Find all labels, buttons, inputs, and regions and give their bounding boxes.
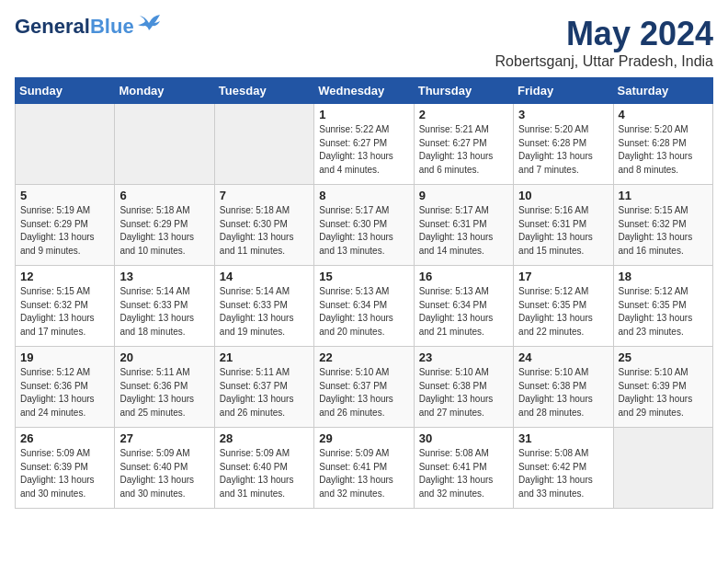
day-number: 24 [518, 350, 608, 364]
day-info: Sunrise: 5:20 AMSunset: 6:28 PMDaylight:… [619, 123, 708, 177]
calendar-week-row: 26Sunrise: 5:09 AMSunset: 6:39 PMDayligh… [16, 428, 713, 509]
calendar-week-row: 12Sunrise: 5:15 AMSunset: 6:32 PMDayligh… [16, 266, 713, 347]
calendar-week-row: 19Sunrise: 5:12 AMSunset: 6:36 PMDayligh… [16, 347, 713, 428]
day-info: Sunrise: 5:12 AMSunset: 6:36 PMDaylight:… [20, 366, 109, 419]
day-number: 23 [419, 350, 508, 364]
weekday-header-saturday: Saturday [613, 78, 712, 104]
day-number: 7 [220, 189, 309, 202]
day-number: 6 [119, 189, 209, 202]
calendar-cell [214, 104, 313, 185]
calendar-cell: 15Sunrise: 5:13 AMSunset: 6:34 PMDayligh… [314, 266, 414, 347]
day-number: 26 [20, 431, 109, 445]
day-info: Sunrise: 5:15 AMSunset: 6:32 PMDaylight:… [619, 204, 708, 258]
calendar-cell: 18Sunrise: 5:12 AMSunset: 6:35 PMDayligh… [613, 266, 712, 347]
day-number: 20 [119, 350, 209, 364]
day-info: Sunrise: 5:17 AMSunset: 6:30 PMDaylight:… [319, 204, 408, 258]
day-number: 19 [20, 350, 109, 364]
calendar-cell [16, 104, 115, 185]
day-number: 18 [619, 270, 708, 283]
logo-text: GeneralBlue [15, 15, 134, 39]
day-info: Sunrise: 5:21 AMSunset: 6:27 PMDaylight:… [419, 123, 508, 177]
page-header: GeneralBlue May 2024 Robertsganj, Uttar … [15, 15, 713, 70]
day-number: 30 [419, 431, 508, 445]
day-number: 27 [119, 431, 209, 445]
day-info: Sunrise: 5:22 AMSunset: 6:27 PMDaylight:… [319, 123, 408, 177]
day-number: 9 [419, 189, 508, 202]
weekday-header-monday: Monday [115, 78, 214, 104]
calendar-cell: 6Sunrise: 5:18 AMSunset: 6:29 PMDaylight… [115, 185, 214, 266]
day-info: Sunrise: 5:13 AMSunset: 6:34 PMDaylight:… [319, 285, 408, 339]
day-number: 5 [20, 189, 109, 202]
bird-icon [136, 14, 162, 32]
calendar-cell: 9Sunrise: 5:17 AMSunset: 6:31 PMDaylight… [414, 185, 513, 266]
day-number: 4 [619, 108, 708, 121]
calendar-cell: 25Sunrise: 5:10 AMSunset: 6:39 PMDayligh… [613, 347, 712, 428]
day-info: Sunrise: 5:10 AMSunset: 6:37 PMDaylight:… [319, 366, 408, 419]
calendar-cell: 29Sunrise: 5:09 AMSunset: 6:41 PMDayligh… [314, 428, 414, 509]
day-info: Sunrise: 5:17 AMSunset: 6:31 PMDaylight:… [419, 204, 508, 258]
calendar-cell [613, 428, 712, 509]
day-number: 8 [319, 189, 408, 202]
weekday-header-sunday: Sunday [16, 78, 115, 104]
calendar-cell: 11Sunrise: 5:15 AMSunset: 6:32 PMDayligh… [613, 185, 712, 266]
day-info: Sunrise: 5:10 AMSunset: 6:39 PMDaylight:… [619, 366, 708, 419]
calendar-cell: 1Sunrise: 5:22 AMSunset: 6:27 PMDaylight… [314, 104, 414, 185]
day-number: 10 [518, 189, 608, 202]
day-number: 3 [518, 108, 608, 121]
calendar-cell: 13Sunrise: 5:14 AMSunset: 6:33 PMDayligh… [115, 266, 214, 347]
calendar-cell: 24Sunrise: 5:10 AMSunset: 6:38 PMDayligh… [514, 347, 613, 428]
day-info: Sunrise: 5:08 AMSunset: 6:42 PMDaylight:… [518, 447, 608, 500]
day-info: Sunrise: 5:09 AMSunset: 6:41 PMDaylight:… [319, 447, 408, 500]
calendar-cell: 27Sunrise: 5:09 AMSunset: 6:40 PMDayligh… [115, 428, 214, 509]
day-number: 11 [619, 189, 708, 202]
calendar-cell: 26Sunrise: 5:09 AMSunset: 6:39 PMDayligh… [16, 428, 115, 509]
day-number: 13 [119, 270, 209, 283]
calendar-cell: 19Sunrise: 5:12 AMSunset: 6:36 PMDayligh… [16, 347, 115, 428]
day-number: 21 [220, 350, 309, 364]
logo: GeneralBlue [15, 15, 162, 39]
day-info: Sunrise: 5:11 AMSunset: 6:36 PMDaylight:… [119, 366, 209, 419]
day-info: Sunrise: 5:18 AMSunset: 6:29 PMDaylight:… [119, 204, 209, 258]
day-number: 25 [619, 350, 708, 364]
title-area: May 2024 Robertsganj, Uttar Pradesh, Ind… [495, 15, 713, 70]
day-number: 16 [419, 270, 508, 283]
day-number: 15 [319, 270, 408, 283]
day-number: 29 [319, 431, 408, 445]
day-info: Sunrise: 5:18 AMSunset: 6:30 PMDaylight:… [220, 204, 309, 258]
day-number: 22 [319, 350, 408, 364]
day-number: 31 [518, 431, 608, 445]
calendar-cell: 5Sunrise: 5:19 AMSunset: 6:29 PMDaylight… [16, 185, 115, 266]
day-info: Sunrise: 5:09 AMSunset: 6:40 PMDaylight:… [119, 447, 209, 500]
calendar-cell: 22Sunrise: 5:10 AMSunset: 6:37 PMDayligh… [314, 347, 414, 428]
day-info: Sunrise: 5:12 AMSunset: 6:35 PMDaylight:… [518, 285, 608, 339]
location-title: Robertsganj, Uttar Pradesh, India [495, 53, 713, 70]
calendar-cell: 12Sunrise: 5:15 AMSunset: 6:32 PMDayligh… [16, 266, 115, 347]
calendar-cell: 2Sunrise: 5:21 AMSunset: 6:27 PMDaylight… [414, 104, 513, 185]
day-info: Sunrise: 5:12 AMSunset: 6:35 PMDaylight:… [619, 285, 708, 339]
calendar-cell: 14Sunrise: 5:14 AMSunset: 6:33 PMDayligh… [214, 266, 313, 347]
weekday-header-thursday: Thursday [414, 78, 513, 104]
weekday-header-friday: Friday [514, 78, 613, 104]
day-number: 14 [220, 270, 309, 283]
calendar-cell: 16Sunrise: 5:13 AMSunset: 6:34 PMDayligh… [414, 266, 513, 347]
day-number: 1 [319, 108, 408, 121]
calendar-cell: 20Sunrise: 5:11 AMSunset: 6:36 PMDayligh… [115, 347, 214, 428]
calendar-table: SundayMondayTuesdayWednesdayThursdayFrid… [15, 77, 713, 509]
calendar-cell: 8Sunrise: 5:17 AMSunset: 6:30 PMDaylight… [314, 185, 414, 266]
day-number: 12 [20, 270, 109, 283]
weekday-header-row: SundayMondayTuesdayWednesdayThursdayFrid… [16, 78, 713, 104]
weekday-header-wednesday: Wednesday [314, 78, 414, 104]
day-info: Sunrise: 5:08 AMSunset: 6:41 PMDaylight:… [419, 447, 508, 500]
day-info: Sunrise: 5:13 AMSunset: 6:34 PMDaylight:… [419, 285, 508, 339]
calendar-cell [115, 104, 214, 185]
calendar-cell: 28Sunrise: 5:09 AMSunset: 6:40 PMDayligh… [214, 428, 313, 509]
day-info: Sunrise: 5:14 AMSunset: 6:33 PMDaylight:… [220, 285, 309, 339]
calendar-cell: 21Sunrise: 5:11 AMSunset: 6:37 PMDayligh… [214, 347, 313, 428]
calendar-cell: 23Sunrise: 5:10 AMSunset: 6:38 PMDayligh… [414, 347, 513, 428]
day-info: Sunrise: 5:15 AMSunset: 6:32 PMDaylight:… [20, 285, 109, 339]
day-info: Sunrise: 5:09 AMSunset: 6:40 PMDaylight:… [220, 447, 309, 500]
day-info: Sunrise: 5:20 AMSunset: 6:28 PMDaylight:… [518, 123, 608, 177]
day-info: Sunrise: 5:09 AMSunset: 6:39 PMDaylight:… [20, 447, 109, 500]
weekday-header-tuesday: Tuesday [214, 78, 313, 104]
day-number: 2 [419, 108, 508, 121]
